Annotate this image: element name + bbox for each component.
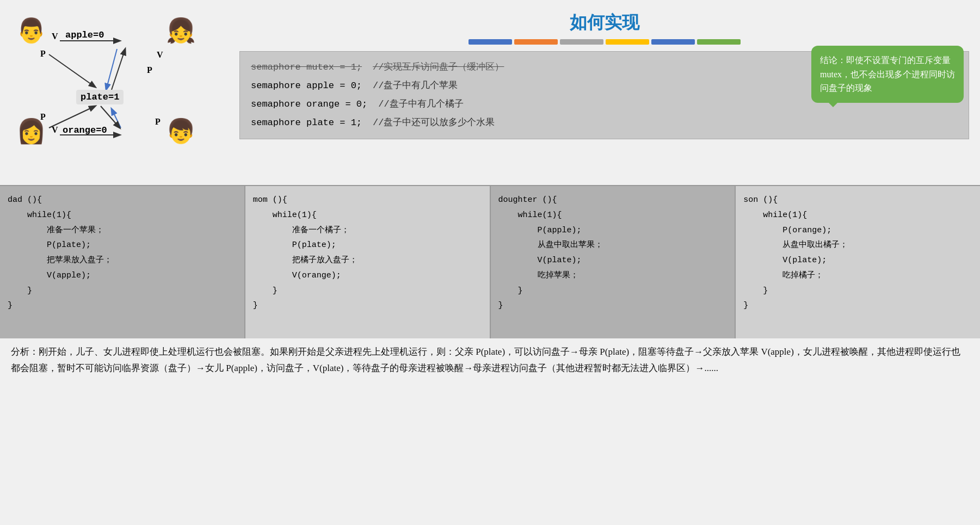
bottom-section: dad (){ while(1){ 准备一个苹果； P(plate); 把苹果放… (0, 185, 980, 338)
dad-line-7: } (8, 298, 237, 313)
daughter-line-7: } (498, 298, 728, 313)
code-comment-1: //实现互斥访问盘子（缓冲区） (373, 58, 504, 77)
svg-line-4 (49, 106, 95, 128)
color-seg-4 (606, 39, 649, 45)
code-panel-mom: mom (){ while(1){ 准备一个橘子； P(plate); 把橘子放… (245, 186, 491, 338)
son-line-4: V(plate); (743, 253, 972, 268)
svg-line-7 (101, 106, 120, 128)
apple-label: apple=0 (65, 30, 104, 40)
code-comment-2: //盘子中有几个苹果 (373, 77, 458, 95)
left-diagram: 👨 V apple=0 P 👧 V plate=1 P 👩 V orange=0… (0, 5, 234, 185)
color-seg-2 (514, 39, 558, 45)
color-seg-5 (651, 39, 695, 45)
orange-label: orange=0 (63, 125, 107, 135)
son-line-7: } (743, 298, 972, 313)
son-p-label: P (155, 117, 161, 127)
dad-avatar: 👨 (16, 16, 46, 45)
mom-line-6: } (253, 283, 482, 299)
dad-line-2: 准备一个苹果； (8, 223, 237, 238)
mom-line-5: V(orange); (253, 268, 482, 283)
code-panel-daughter: doughter (){ while(1){ P(apple); 从盘中取出苹果… (491, 186, 736, 338)
color-bar (239, 39, 969, 45)
son-line-6: } (743, 283, 972, 299)
page-title: 如何实现 (239, 11, 969, 35)
top-section: 👨 V apple=0 P 👧 V plate=1 P 👩 V orange=0… (0, 0, 980, 185)
plate-p-from-daughter: P (147, 65, 152, 75)
son-line-5: 吃掉橘子； (743, 268, 972, 283)
mom-line-7: } (253, 298, 482, 313)
code-comment-4: //盘子中还可以放多少个水果 (373, 114, 495, 132)
code-text-4: semaphore plate = 1; (251, 114, 362, 132)
code-panel-dad: dad (){ while(1){ 准备一个苹果； P(plate); 把苹果放… (0, 186, 245, 338)
tooltip-bubble: 结论：即使不设置专门的互斥变量mutex，也不会出现多个进程同时访问盘子的现象 (811, 46, 964, 103)
mom-line-1: while(1){ (253, 208, 482, 223)
analysis-text: 分析：刚开始，儿子、女儿进程即使上处理机运行也会被阻塞。如果刚开始是父亲进程先上… (11, 344, 969, 376)
svg-line-2 (49, 54, 95, 87)
daughter-header: doughter (){ (498, 193, 728, 208)
dad-v-label: V (52, 32, 58, 41)
code-panel-son: son (){ while(1){ P(orange); 从盘中取出橘子； V(… (736, 186, 980, 338)
daughter-line-6: } (498, 283, 728, 299)
daughter-line-5: 吃掉苹果； (498, 268, 728, 283)
svg-line-6 (112, 109, 121, 128)
mom-line-4: 把橘子放入盘子； (253, 253, 482, 268)
plate-label: plate=1 (76, 90, 124, 104)
mom-p-label: P (40, 112, 46, 122)
analysis-section: 分析：刚开始，儿子、女儿进程即使上处理机运行也会被阻塞。如果刚开始是父亲进程先上… (0, 338, 980, 382)
dad-p-label: P (40, 49, 46, 59)
svg-line-1 (106, 49, 117, 90)
code-text-2: semaphore apple = 0; (251, 77, 362, 95)
daughter-line-4: V(plate); (498, 253, 728, 268)
dad-line-6: } (8, 283, 237, 299)
mom-header: mom (){ (253, 193, 482, 208)
code-line-4: semaphore plate = 1; //盘子中还可以放多少个水果 (251, 114, 958, 132)
dad-line-4: 把苹果放入盘子； (8, 253, 237, 268)
color-seg-6 (697, 39, 741, 45)
daughter-line-1: while(1){ (498, 208, 728, 223)
son-line-3: 从盘中取出橘子； (743, 238, 972, 253)
son-avatar: 👦 (166, 117, 196, 145)
dad-line-5: V(apple); (8, 268, 237, 283)
mom-v-label: V (52, 125, 58, 135)
code-comment-3: //盘子中有几个橘子 (378, 95, 463, 114)
son-header: son (){ (743, 193, 972, 208)
daughter-line-2: P(apple); (498, 223, 728, 238)
daughter-avatar: 👧 (166, 16, 196, 45)
dad-header: dad (){ (8, 193, 237, 208)
son-line-2: P(orange); (743, 223, 972, 238)
dad-line-3: P(plate); (8, 238, 237, 253)
color-seg-3 (560, 39, 603, 45)
code-and-tooltip: 结论：即使不设置专门的互斥变量mutex，也不会出现多个进程同时访问盘子的现象 … (239, 51, 969, 139)
mom-line-2: 准备一个橘子； (253, 223, 482, 238)
code-text-1: semaphore mutex = 1; (251, 58, 362, 77)
mom-line-3: P(plate); (253, 238, 482, 253)
daughter-v-label: V (157, 50, 163, 60)
svg-line-3 (112, 49, 125, 90)
diagram-container: 👨 V apple=0 P 👧 V plate=1 P 👩 V orange=0… (11, 11, 218, 174)
color-seg-1 (469, 39, 512, 45)
right-code-area: 如何实现 结论：即使不设置专门的互斥变量mutex，也不会出现多个进程同时访问盘… (234, 5, 980, 185)
code-text-3: semaphore orange = 0; (251, 95, 367, 114)
son-line-1: while(1){ (743, 208, 972, 223)
dad-line-1: while(1){ (8, 208, 237, 223)
daughter-line-3: 从盘中取出苹果； (498, 238, 728, 253)
